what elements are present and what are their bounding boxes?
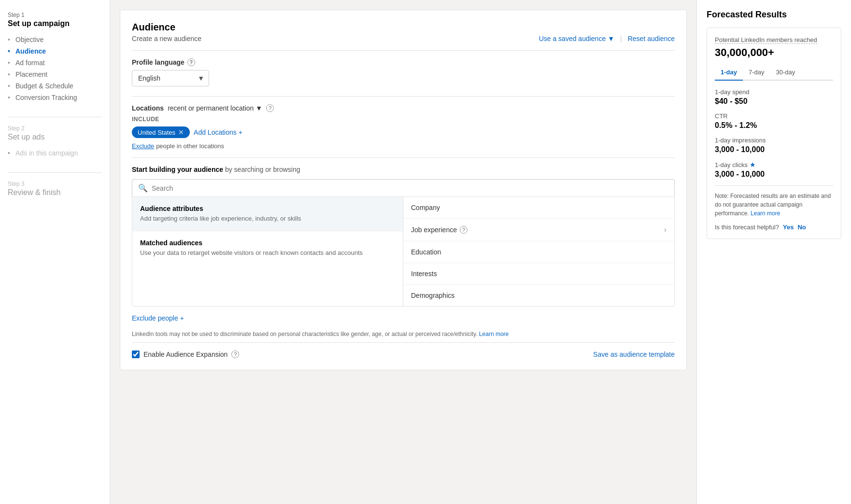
divider-1 — [132, 50, 675, 51]
forecast-learn-more-link[interactable]: Learn more — [751, 210, 780, 217]
audience-builder-section: Start building your audience by searchin… — [132, 166, 675, 307]
demographics-item[interactable]: Demographics — [403, 285, 674, 306]
tab-7day[interactable]: 7-day — [743, 65, 770, 81]
education-item[interactable]: Education — [403, 241, 674, 263]
spend-value: $40 - $50 — [715, 97, 833, 106]
ctr-value: 0.5% - 1.2% — [715, 121, 833, 130]
sidebar: Step 1 Set up campaign Objective Audienc… — [0, 0, 110, 504]
profile-language-section: Profile language ? English Spanish Frenc… — [132, 58, 675, 86]
profile-language-select[interactable]: English Spanish French German Chinese Ja… — [132, 70, 209, 86]
audience-categories: Audience attributes Add targeting criter… — [132, 197, 403, 306]
metric-impressions: 1-day impressions 3,000 - 10,000 — [715, 137, 833, 154]
audience-grid: Audience attributes Add targeting criter… — [132, 196, 675, 307]
step1-title: Set up campaign — [8, 19, 102, 28]
forecast-card: Potential LinkedIn members reached 30,00… — [707, 28, 841, 239]
impressions-value: 3,000 - 10,000 — [715, 145, 833, 154]
metric-spend: 1-day spend $40 - $50 — [715, 88, 833, 106]
subtitle-actions: Use a saved audience ▼ | Reset audience — [539, 35, 675, 42]
profile-language-label: Profile language ? — [132, 58, 675, 66]
job-experience-label: Job experience — [411, 226, 457, 234]
star-icon: ★ — [750, 161, 756, 168]
reset-audience-button[interactable]: Reset audience — [628, 35, 675, 42]
profile-language-select-wrapper: English Spanish French German Chinese Ja… — [132, 70, 209, 86]
expansion-footer: Enable Audience Expansion ? Save as audi… — [132, 342, 675, 358]
tab-30day[interactable]: 30-day — [770, 65, 801, 81]
step1-nav: Objective Audience Ad format Placement B… — [8, 34, 102, 103]
disclaimer: LinkedIn tools may not be used to discri… — [132, 330, 675, 338]
use-saved-audience-button[interactable]: Use a saved audience ▼ — [539, 35, 614, 42]
save-audience-template-button[interactable]: Save as audience template — [593, 350, 675, 358]
heading-end: by searching or browsing — [225, 166, 300, 173]
enable-expansion-label[interactable]: Enable Audience Expansion ? — [132, 350, 239, 358]
audience-attributes-category[interactable]: Audience attributes Add targeting criter… — [132, 197, 403, 231]
subtitle-text: Create a new audience — [132, 35, 201, 42]
locations-type-dropdown[interactable]: recent or permanent location ▼ — [168, 104, 262, 112]
job-experience-help-icon[interactable]: ? — [460, 226, 468, 234]
exclude-row: Exclude people in other locations — [132, 142, 675, 150]
enable-expansion-checkbox[interactable] — [132, 350, 140, 358]
locations-label: Locations — [132, 104, 164, 112]
clicks-label: 1-day clicks ★ — [715, 161, 833, 168]
demographics-label: Demographics — [411, 292, 454, 299]
step2-label: Step 2 — [8, 125, 102, 132]
search-input[interactable] — [152, 184, 668, 192]
step-divider-1 — [8, 117, 102, 117]
united-states-tag: United States ✕ — [132, 126, 190, 138]
matched-audiences-title: Matched audiences — [140, 239, 395, 247]
location-tags: United States ✕ Add Locations + — [132, 126, 675, 138]
matched-audiences-desc: Use your data to retarget website visito… — [140, 249, 395, 257]
exclude-text: people in other locations — [156, 142, 224, 150]
potential-label: Potential LinkedIn members reached — [715, 36, 833, 43]
search-icon: 🔍 — [138, 183, 148, 193]
locations-header: Locations recent or permanent location ▼… — [132, 104, 675, 112]
include-label: INCLUDE — [132, 116, 675, 123]
tab-1day[interactable]: 1-day — [715, 65, 743, 81]
ctr-label: CTR — [715, 112, 833, 120]
sidebar-item-audience[interactable]: Audience — [8, 45, 102, 57]
locations-dropdown-arrow-icon: ▼ — [255, 104, 262, 112]
helpful-no-button[interactable]: No — [797, 224, 806, 231]
helpful-row: Is this forecast helpful? Yes No — [715, 224, 833, 231]
audience-builder-heading: Start building your audience by searchin… — [132, 166, 675, 173]
locations-help-icon[interactable]: ? — [266, 104, 274, 112]
profile-language-help-icon[interactable]: ? — [187, 58, 195, 66]
expansion-help-icon[interactable]: ? — [231, 350, 239, 358]
plus-icon: + — [180, 314, 184, 322]
sidebar-item-budget-schedule[interactable]: Budget & Schedule — [8, 80, 102, 92]
step1-label: Step 1 — [8, 12, 102, 18]
step3-label: Step 3 — [8, 181, 102, 187]
sidebar-item-objective[interactable]: Objective — [8, 34, 102, 45]
metric-ctr: CTR 0.5% - 1.2% — [715, 112, 833, 130]
job-experience-item[interactable]: Job experience ? › — [403, 219, 674, 241]
sidebar-item-ad-format[interactable]: Ad format — [8, 57, 102, 69]
metric-clicks: 1-day clicks ★ 3,000 - 10,000 — [715, 161, 833, 179]
main-content: Audience Create a new audience Use a sav… — [110, 0, 696, 504]
pipe-separator: | — [620, 35, 622, 42]
add-locations-button[interactable]: Add Locations + — [194, 128, 242, 136]
locations-section: Locations recent or permanent location ▼… — [132, 104, 675, 150]
disclaimer-learn-more-link[interactable]: Learn more — [479, 331, 509, 337]
interests-item[interactable]: Interests — [403, 263, 674, 285]
sidebar-item-ads-in-campaign: Ads in this campaign — [8, 147, 102, 159]
forecast-title: Forecasted Results — [707, 10, 841, 20]
impressions-label: 1-day impressions — [715, 137, 833, 144]
sidebar-item-placement[interactable]: Placement — [8, 69, 102, 80]
helpful-yes-button[interactable]: Yes — [783, 224, 794, 231]
step2-nav: Ads in this campaign — [8, 147, 102, 159]
clicks-value: 3,000 - 10,000 — [715, 170, 833, 179]
dropdown-arrow-icon: ▼ — [608, 35, 614, 42]
matched-audiences-category[interactable]: Matched audiences Use your data to retar… — [132, 231, 403, 265]
remove-location-button[interactable]: ✕ — [178, 128, 184, 136]
right-panel: Forecasted Results Potential LinkedIn me… — [696, 0, 851, 504]
sidebar-item-conversion-tracking[interactable]: Conversion Tracking — [8, 92, 102, 103]
search-box: 🔍 — [132, 179, 675, 196]
exclude-link[interactable]: Exclude — [132, 142, 154, 150]
job-experience-left: Job experience ? — [411, 226, 468, 234]
potential-value: 30,000,000+ — [715, 46, 833, 59]
step3-title: Review & finish — [8, 188, 102, 197]
chevron-right-icon: › — [664, 225, 667, 234]
company-item[interactable]: Company — [403, 197, 674, 219]
divider-3 — [132, 157, 675, 158]
exclude-people-button[interactable]: Exclude people + — [132, 314, 184, 322]
card-subtitle: Create a new audience Use a saved audien… — [132, 35, 675, 42]
